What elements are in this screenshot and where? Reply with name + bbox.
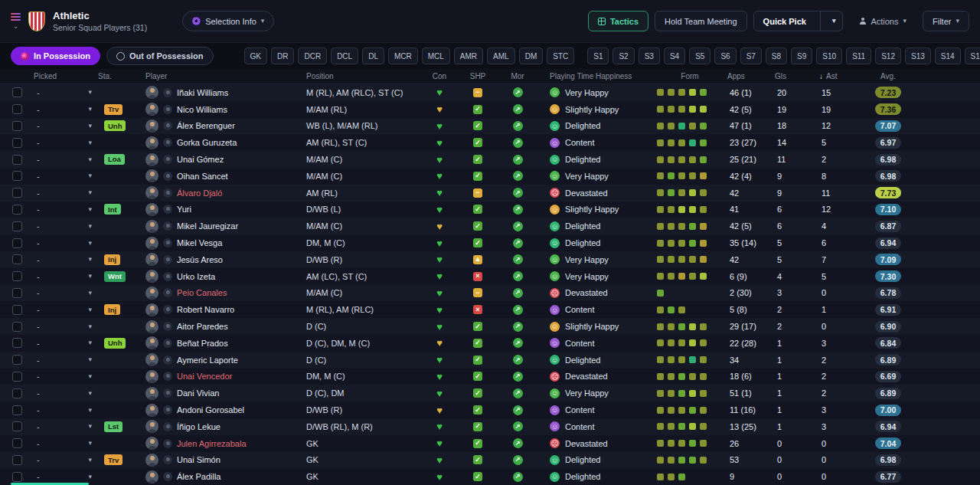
status-select[interactable]: -▾ — [32, 188, 98, 198]
position-filter-dl[interactable]: DL — [362, 48, 384, 64]
column-shp[interactable]: SHP — [458, 72, 498, 80]
status-select[interactable]: -▾ — [32, 105, 98, 114]
status-select[interactable]: -▾ — [32, 339, 98, 348]
picked-checkbox[interactable] — [12, 155, 22, 165]
table-row[interactable]: -▾TrvNico WilliamsM/AM (RL)♥✓↗☺Slightly … — [0, 101, 980, 118]
player-name[interactable]: Oihan Sancet — [177, 172, 228, 181]
table-row[interactable]: -▾InjRobert NavarroM (RL), AM (RLC)♥×↗☺C… — [0, 301, 980, 318]
player-name[interactable]: Unai Simón — [177, 455, 220, 464]
picked-checkbox[interactable] — [12, 322, 22, 332]
player-name[interactable]: Mikel Vesga — [177, 238, 222, 247]
slot-filter-s11[interactable]: S11 — [846, 48, 871, 64]
player-name[interactable]: Robert Navarro — [177, 305, 234, 314]
table-row[interactable]: -▾IntYuriD/WB (L)♥✓↗☺Slightly Happy41612… — [0, 202, 980, 218]
player-name[interactable]: Álex Padilla — [177, 472, 220, 481]
table-row[interactable]: -▾Julen AgirrezabalaGK♥✓↗☹Devastated2600… — [0, 435, 980, 452]
status-select[interactable]: -▾ — [32, 172, 98, 181]
table-row[interactable]: -▾Álvaro DjalóAM (RL)♥−↗☹Devastated42911… — [0, 185, 980, 202]
picked-checkbox[interactable] — [12, 438, 22, 448]
status-select[interactable]: -▾ — [32, 422, 98, 431]
player-name[interactable]: Íñigo Lekue — [177, 422, 220, 431]
picked-checkbox[interactable] — [12, 288, 22, 298]
position-filter-mcl[interactable]: MCL — [422, 48, 450, 64]
hold-team-meeting-button[interactable]: Hold Team Meeting — [655, 11, 747, 31]
player-name[interactable]: Urko Izeta — [177, 272, 215, 281]
column-picked[interactable]: Picked — [11, 72, 98, 80]
player-name[interactable]: Julen Agirrezabala — [177, 439, 247, 448]
player-name[interactable]: Álex Berenguer — [177, 121, 235, 130]
picked-checkbox[interactable] — [12, 455, 22, 465]
status-select[interactable]: -▾ — [32, 121, 98, 130]
column-apps[interactable]: Apps — [727, 72, 775, 80]
picked-checkbox[interactable] — [12, 238, 22, 248]
picked-checkbox[interactable] — [12, 87, 22, 97]
picked-checkbox[interactable] — [12, 188, 22, 198]
player-name[interactable]: Álvaro Djaló — [177, 188, 222, 198]
table-row[interactable]: -▾Álex PadillaGK♥✓↗☺Delighted9006.77 — [0, 468, 980, 485]
status-select[interactable]: -▾ — [32, 155, 98, 164]
player-name[interactable]: Nico Williams — [177, 105, 227, 114]
table-row[interactable]: -▾Unai VencedorDM, M (C)♥✓↗☹Devastated18… — [0, 369, 980, 385]
position-filter-stc[interactable]: STC — [547, 48, 574, 64]
picked-checkbox[interactable] — [12, 355, 22, 365]
status-select[interactable]: -▾ — [32, 405, 98, 415]
slot-filter-s8[interactable]: S8 — [766, 48, 787, 64]
status-select[interactable]: -▾ — [32, 388, 98, 398]
player-name[interactable]: Andoni Gorosabel — [177, 405, 244, 415]
slot-filter-s15[interactable]: S15 — [965, 48, 980, 64]
position-filter-mcr[interactable]: MCR — [388, 48, 418, 64]
column-gls[interactable]: Gls — [775, 72, 819, 80]
table-row[interactable]: -▾LstÍñigo LekueD/WB (RL), M (R)♥✓↗☺Cont… — [0, 418, 980, 435]
table-row[interactable]: -▾TrvUnai SimónGK♥✓↗☺Delighted53006.98 — [0, 452, 980, 469]
slot-filter-s7[interactable]: S7 — [740, 48, 762, 64]
position-filter-aml[interactable]: AML — [487, 48, 515, 64]
quick-pick-button[interactable]: Quick Pick ▾ — [753, 11, 844, 31]
position-filter-dcr[interactable]: DCR — [298, 48, 327, 64]
column-happiness[interactable]: Playing Time Happiness — [537, 72, 652, 80]
player-name[interactable]: Yuri — [177, 205, 191, 214]
column-mor[interactable]: Mor — [498, 72, 537, 80]
player-name[interactable]: Dani Vivian — [177, 388, 219, 398]
menu-icon[interactable] — [11, 13, 21, 21]
out-of-possession-tab[interactable]: Out of Possession — [106, 47, 214, 65]
status-select[interactable]: -▾ — [32, 455, 98, 464]
slot-filter-s3[interactable]: S3 — [639, 48, 660, 64]
column-con[interactable]: Con — [421, 72, 458, 80]
table-row[interactable]: -▾Gorka GuruzetaAM (RL), ST (C)♥✓↗☺Conte… — [0, 134, 980, 151]
column-sta[interactable]: Sta. — [98, 72, 136, 80]
status-select[interactable]: -▾ — [32, 322, 98, 331]
picked-checkbox[interactable] — [12, 405, 22, 415]
status-select[interactable]: -▾ — [32, 372, 98, 381]
picked-checkbox[interactable] — [12, 205, 22, 215]
picked-checkbox[interactable] — [12, 138, 22, 148]
player-name[interactable]: Mikel Jauregizar — [177, 221, 238, 231]
player-name[interactable]: Unai Gómez — [177, 155, 224, 164]
picked-checkbox[interactable] — [12, 271, 22, 281]
player-name[interactable]: Iñaki Williams — [177, 88, 228, 97]
table-row[interactable]: -▾Aitor ParedesD (C)♥✓↗☺Slightly Happy29… — [0, 318, 980, 335]
table-row[interactable]: -▾InjJesús AresoD/WB (R)♥▲↗☺Very Happy42… — [0, 251, 980, 268]
position-filter-dcl[interactable]: DCL — [331, 48, 358, 64]
player-name[interactable]: Beñat Prados — [177, 339, 228, 348]
column-position[interactable]: Position — [300, 72, 421, 80]
filter-button[interactable]: Filter ▾ — [923, 11, 969, 31]
collapse-chevron-icon[interactable]: ⌄ — [13, 23, 19, 29]
column-ast[interactable]: ↓ Ast — [819, 72, 864, 80]
status-select[interactable]: -▾ — [32, 272, 98, 281]
picked-checkbox[interactable] — [12, 421, 22, 431]
status-select[interactable]: -▾ — [32, 305, 98, 314]
slot-filter-s4[interactable]: S4 — [664, 48, 685, 64]
status-select[interactable]: -▾ — [32, 255, 98, 264]
slot-filter-s12[interactable]: S12 — [875, 48, 901, 64]
slot-filter-s6[interactable]: S6 — [714, 48, 736, 64]
player-name[interactable]: Jesús Areso — [177, 255, 223, 264]
position-filter-dr[interactable]: DR — [271, 48, 294, 64]
status-select[interactable]: -▾ — [32, 221, 98, 231]
status-select[interactable]: -▾ — [32, 472, 98, 481]
picked-checkbox[interactable] — [12, 104, 22, 114]
column-avg[interactable]: Avg. — [864, 72, 913, 80]
table-row[interactable]: -▾WntUrko IzetaAM (LC), ST (C)♥×↗☺Very H… — [0, 268, 980, 285]
table-row[interactable]: -▾UnhBeñat PradosD (C), DM, M (C)♥✓↗☺Con… — [0, 335, 980, 352]
position-filter-dm[interactable]: DM — [519, 48, 544, 64]
actions-button[interactable]: Actions ▾ — [849, 11, 916, 31]
